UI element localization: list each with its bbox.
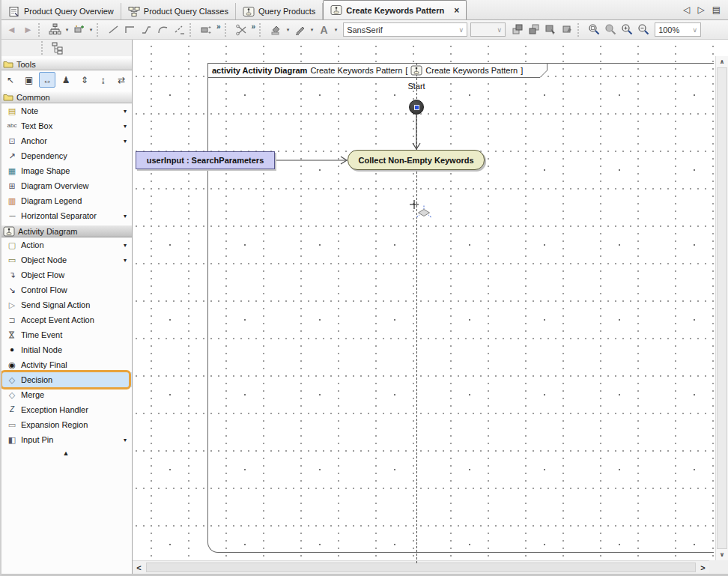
path-rectilinear-button[interactable] (122, 22, 138, 37)
tab-create-keywords-pattern[interactable]: Create Keywords Pattern × (323, 0, 467, 19)
path-custom-button[interactable] (172, 22, 187, 37)
palette-item-decision[interactable]: ◇ Decision (0, 372, 132, 387)
palette-scroll-up[interactable]: ▲ (0, 447, 132, 459)
cut-button[interactable] (234, 22, 249, 37)
more-edit-icon[interactable]: » (250, 22, 258, 31)
palette-item-accept-event-action[interactable]: ⊐ Accept Event Action (0, 312, 132, 327)
chevron-down-icon[interactable]: ▾ (333, 27, 339, 33)
scroll-down-button[interactable]: ∨ (716, 549, 728, 560)
select-tool[interactable]: ↖ (2, 72, 19, 88)
palette-section-common[interactable]: Common (0, 91, 132, 103)
send-to-back-button[interactable] (527, 22, 542, 37)
next-tab-icon[interactable]: ▷ (697, 4, 704, 15)
containment-tree-icon (51, 41, 64, 55)
tab-product-query-overview[interactable]: Product Query Overview (1, 3, 121, 19)
sticker-tool[interactable]: ♟ (58, 72, 74, 88)
palette-item-time-event[interactable]: ⋈ Time Event (0, 327, 132, 342)
palette-item-horizontal-separator[interactable]: ---- Horizontal Separator ▾ (0, 208, 132, 223)
bring-to-front-button[interactable] (510, 22, 526, 37)
select-in-containment-tree-button[interactable] (543, 22, 559, 37)
zoom-level-select[interactable]: 100% ∨ (655, 22, 701, 37)
initial-node[interactable] (409, 100, 424, 115)
zoom-original-button[interactable] (603, 22, 619, 37)
palette-item-expansion-region[interactable]: ▭ Expansion Region (0, 417, 132, 432)
palette-item-object-node[interactable]: ▭ Object Node ▾ (0, 252, 132, 267)
path-straight-button[interactable] (106, 22, 121, 37)
chevron-down-icon[interactable]: ▾ (88, 27, 94, 33)
vertical-scrollbar-thumb[interactable] (717, 67, 727, 549)
input-pin-icon: ◧ (5, 435, 19, 444)
chevron-down-icon: ∨ (459, 26, 464, 34)
font-color-button[interactable]: A (316, 22, 332, 37)
palette-item-merge[interactable]: ◇ Merge (0, 387, 132, 402)
frame-bracket-open: [ (405, 66, 407, 75)
font-family-select[interactable]: SansSerif ∨ (343, 22, 467, 37)
zoom-out-button[interactable] (636, 22, 652, 37)
quick-layout-button[interactable] (71, 22, 87, 37)
palette-item-text-box[interactable]: abc Text Box ▾ (0, 118, 132, 133)
chevron-down-icon[interactable]: ▾ (124, 108, 127, 115)
containment-tree-button[interactable] (49, 40, 65, 55)
palette-item-initial-node[interactable]: ● Initial Node (0, 342, 132, 357)
chevron-down-icon[interactable]: ▾ (124, 138, 127, 145)
tab-list-icon[interactable]: ▤ (712, 4, 721, 15)
vertical-scrollbar[interactable]: ∧ ∨ (715, 56, 728, 560)
link-tool[interactable]: ↔ (39, 72, 55, 88)
marquee-select-tool[interactable]: ▣ (21, 72, 37, 88)
palette-section-activity-diagram[interactable]: Activity Diagram (0, 225, 132, 237)
palette-item-exception-handler[interactable]: Z Exception Handler (0, 402, 132, 417)
path-curved-button[interactable] (155, 22, 171, 37)
tab-query-products[interactable]: Query Products (236, 3, 323, 19)
horizontal-scrollbar[interactable]: < > (133, 560, 709, 574)
fill-color-button[interactable] (268, 22, 284, 37)
more-tools-icon[interactable]: » (215, 22, 222, 31)
distribute-vertical-tool[interactable]: ⇕ (76, 72, 93, 88)
horizontal-scrollbar-thumb[interactable] (146, 563, 696, 572)
prev-tab-icon[interactable]: ◁ (683, 4, 690, 15)
selection-handle[interactable] (414, 105, 419, 110)
line-color-button[interactable] (292, 22, 308, 37)
font-size-select[interactable]: ∨ (470, 22, 506, 37)
palette-section-tools[interactable]: Tools (0, 58, 132, 70)
palette-item-action[interactable]: ▢ Action ▾ (0, 237, 132, 252)
palette-item-send-signal-action[interactable]: ▷ Send Signal Action (0, 297, 132, 312)
chevron-down-icon[interactable]: ▾ (64, 27, 70, 33)
chevron-down-icon[interactable]: ▾ (124, 437, 127, 443)
zoom-region-button[interactable] (586, 22, 602, 37)
close-icon[interactable]: × (454, 7, 459, 14)
scroll-right-button[interactable]: > (697, 561, 709, 574)
edit-properties-button[interactable] (559, 22, 575, 37)
palette-item-object-flow[interactable]: ↴ Object Flow (0, 267, 132, 282)
palette-item-diagram-overview[interactable]: ⊞ Diagram Overview (0, 178, 132, 193)
palette-item-control-flow[interactable]: ↘ Control Flow (0, 282, 132, 297)
chevron-down-icon[interactable]: ▾ (309, 27, 315, 33)
diagram-canvas[interactable]: activity Activity Diagram Create Keyword… (133, 40, 728, 574)
make-space-button[interactable] (198, 22, 214, 37)
palette-item-input-pin[interactable]: ◧ Input Pin ▾ (0, 432, 132, 447)
zoom-in-button[interactable] (619, 22, 635, 37)
frame-header[interactable]: activity Activity Diagram Create Keyword… (212, 64, 523, 76)
swap-elements-tool[interactable]: ⇄ (113, 72, 130, 88)
forward-button[interactable]: ► (20, 22, 36, 37)
palette-item-note[interactable]: ▤ Note ▾ (0, 103, 132, 118)
back-button[interactable]: ◄ (4, 22, 19, 37)
scroll-up-button[interactable]: ∧ (716, 56, 728, 67)
palette-item-anchor[interactable]: ⊡ Anchor ▾ (0, 133, 132, 148)
palette-item-diagram-legend[interactable]: ▥ Diagram Legend (0, 193, 132, 208)
palette-item-activity-final[interactable]: ◉ Activity Final (0, 357, 132, 372)
chevron-down-icon[interactable]: ▾ (285, 27, 291, 33)
action-node[interactable]: Collect Non-Empty Keywords (348, 150, 485, 170)
path-oblique-button[interactable] (139, 22, 154, 37)
chevron-down-icon[interactable]: ▾ (124, 242, 127, 249)
palette-item-dependency[interactable]: ↗ Dependency (0, 148, 132, 163)
sticker-tool-icon: ♟ (62, 75, 70, 85)
chevron-down-icon[interactable]: ▾ (124, 213, 127, 219)
chevron-down-icon[interactable]: ▾ (124, 123, 127, 130)
compress-vertical-tool[interactable]: ↨ (95, 72, 112, 88)
palette-item-image-shape[interactable]: ▦ Image Shape (0, 163, 132, 178)
chevron-down-icon[interactable]: ▾ (124, 257, 127, 264)
layout-hierarchy-button[interactable] (47, 22, 63, 37)
scroll-left-button[interactable]: < (133, 561, 145, 574)
object-node[interactable]: userInput : SearchParameters (136, 151, 275, 169)
tab-product-query-classes[interactable]: Product Query Classes (121, 3, 236, 19)
